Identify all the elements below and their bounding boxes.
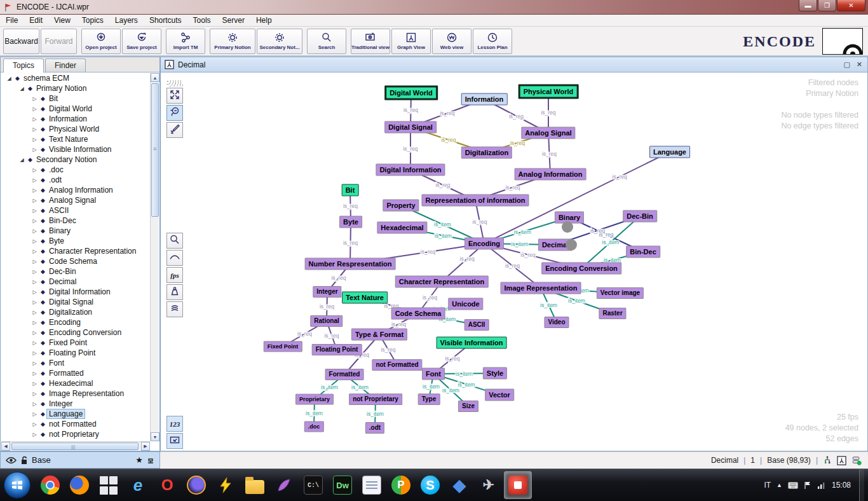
expand-arrow-icon[interactable]: ▷ [31,289,39,295]
palette-grip[interactable] [166,80,183,86]
selection-handle[interactable] [562,221,573,233]
graph-node-integer[interactable]: Integer [313,286,341,298]
tree-item-encoding[interactable]: ▷◆Encoding [1,317,150,327]
graph-node-code-schema[interactable]: Code Schema [391,308,445,320]
forward-button[interactable]: Forward [41,29,77,54]
taskbar-app-eclipse[interactable] [182,471,210,499]
tree-item-ascii[interactable]: ▷◆ASCII [1,205,150,216]
eye-icon[interactable] [6,456,17,464]
taskbar-app-cmd[interactable]: C:\ [299,471,327,499]
graph-node-vector-image[interactable]: Vector image [597,287,644,299]
graph-node-digital-signal[interactable]: Digital Signal [384,121,437,134]
graph-node-character-representation[interactable]: Character Representation [395,276,489,288]
scroll-down-icon[interactable]: ▼ [151,432,159,441]
panel-close-icon[interactable]: ✕ [857,60,862,69]
graph-node-not-proprietary[interactable]: not Proprietary [349,394,402,405]
graph-node-byte[interactable]: Byte [339,216,362,228]
magnif-tool[interactable] [166,233,183,249]
collapse-arrow-icon[interactable]: ◢ [18,157,26,163]
pen-tool[interactable] [166,122,183,138]
graph-node-raster[interactable]: Raster [599,308,626,319]
taskbar-app-oproj[interactable]: P [387,471,415,499]
menu-topics[interactable]: Topics [76,15,109,25]
tree-item-byte[interactable]: ▷◆Byte [1,236,150,246]
collapse-tool[interactable] [166,433,183,449]
expand-arrow-icon[interactable]: ▷ [31,422,39,427]
graph-node-visible-information[interactable]: Visible Information [437,337,507,349]
tree-item-physical-world[interactable]: ▷◆Physical World [1,124,150,134]
tree-item-text-nature[interactable]: ▷◆Text Nature [1,134,150,144]
menu-shortcuts[interactable]: Shortcuts [144,15,187,25]
graph-node-proprietary[interactable]: Proprietary [295,394,334,405]
expand-arrow-icon[interactable]: ▷ [31,147,39,153]
graph-node-encoding[interactable]: Encoding [465,238,504,250]
graph-node-digitalization[interactable]: Digitalization [461,147,512,159]
expand-arrow-icon[interactable]: ▷ [31,391,39,397]
tree-item-bin-dec[interactable]: ▷◆Bin-Dec [1,216,150,226]
taskbar-app-note[interactable] [358,471,386,499]
menu-tools[interactable]: Tools [187,15,217,25]
primary-notion-button[interactable]: Primary Notion [210,29,255,54]
secondary-not--button[interactable]: Secondary Not... [257,29,302,54]
expand-arrow-icon[interactable]: ▷ [31,350,39,356]
traditional-view-button[interactable]: Traditional view [351,29,390,54]
menu-server[interactable]: Server [217,15,250,25]
lesson-plan-button[interactable]: Lesson Plan [473,29,512,54]
graph-node-font[interactable]: Font [422,368,445,380]
save-project-button[interactable]: Save project [122,29,161,54]
tree-item-floating-point[interactable]: ▷◆Floating Point [1,348,150,358]
tree-item-digitalization[interactable]: ▷◆Digitalization [1,307,150,317]
expand-arrow-icon[interactable]: ▷ [31,320,39,326]
graph-view-header[interactable]: Decimal ▢ ✕ [161,57,867,72]
tree-item-integer[interactable]: ▷◆Integer [1,399,150,409]
graph-node-information[interactable]: Information [461,93,508,106]
taskbar-app-skype[interactable]: S [416,471,444,499]
tree-item-hexadecimal[interactable]: ▷◆Hexadecimal [1,378,150,388]
layer-bar[interactable]: Base ★ [0,451,160,469]
graph-node-rational[interactable]: Rational [310,315,342,327]
graph-canvas[interactable]: is_reqis_reqis_reqis_reqis_reqis_reqis_r… [161,72,867,451]
menu-file[interactable]: File [0,15,24,25]
tree-item-encoding-conversion[interactable]: ▷◆Encoding Conversion [1,327,150,338]
close-button[interactable]: ✕ [837,0,865,11]
collapse-arrow-icon[interactable]: ◢ [5,76,13,81]
expand-arrow-icon[interactable]: ▷ [31,371,39,376]
tree-item-bit[interactable]: ▷◆Bit [1,93,150,104]
taskbar-app-ie[interactable]: e [124,471,152,499]
tree-item-image-representation[interactable]: ▷◆Image Representation [1,388,150,399]
show-desktop-button[interactable] [859,469,864,501]
tree-horizontal-scrollbar[interactable]: ◀ ▶ [1,441,150,450]
taskbar-app-bolt[interactable] [212,471,240,499]
tree-item-code-schema[interactable]: ▷◆Code Schema [1,256,150,266]
collapse-arrow-icon[interactable]: ◢ [18,86,26,92]
fpsmeter-tool[interactable]: fps [166,267,183,283]
expand-arrow-icon[interactable]: ▷ [31,228,39,234]
tree-item-not-proprietary[interactable]: ▷◆not Proprietary [1,429,150,439]
tree-item-visible-information[interactable]: ▷◆Visible Information [1,144,150,154]
taskbar-app-rec[interactable] [504,471,532,499]
tab-finder[interactable]: Finder [45,58,86,72]
database-status-icon[interactable] [851,456,862,465]
expand-arrow-icon[interactable]: ▷ [31,381,39,387]
menu-view[interactable]: View [48,15,76,25]
tree-item-decimal[interactable]: ▷◆Decimal [1,277,150,287]
import-tm-button[interactable]: Import TM [166,29,205,54]
expand-arrow-icon[interactable]: ▷ [31,137,39,142]
star-icon[interactable]: ★ [135,455,143,465]
flag-tray-icon[interactable] [804,481,811,490]
keyboard-tray-icon[interactable] [788,482,798,489]
expand-arrow-icon[interactable]: ▷ [31,330,39,336]
taskbar-app-cube[interactable]: ◆ [445,471,473,499]
graph-node-property[interactable]: Property [383,200,419,212]
graph-node-language[interactable]: Language [649,146,690,158]
expand-arrow-icon[interactable]: ▷ [31,96,39,102]
backward-button[interactable]: Backward [3,29,39,54]
expand-arrow-icon[interactable]: ▷ [31,188,39,193]
expand-arrow-icon[interactable]: ▷ [31,198,39,203]
expand-arrow-icon[interactable]: ▷ [31,310,39,315]
scroll-left-icon[interactable]: ◀ [1,442,10,451]
expand-arrow-icon[interactable]: ▷ [31,116,39,122]
tree-item-digital-signal[interactable]: ▷◆Digital Signal [1,297,150,307]
graph-node-ascii[interactable]: ASCII [465,319,489,331]
expand-arrow-icon[interactable]: ▷ [31,238,39,244]
